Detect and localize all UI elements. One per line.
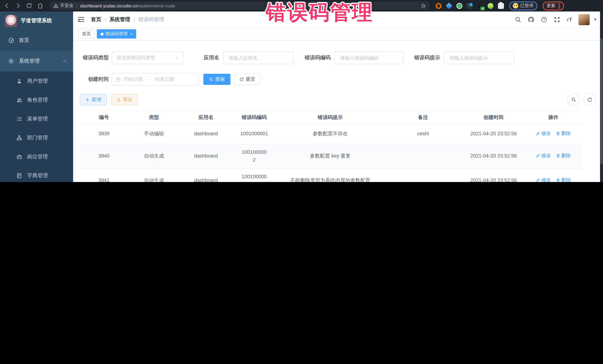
cell-actions: 修改删除 bbox=[525, 168, 581, 182]
update-label: 更新 bbox=[547, 3, 556, 9]
browser-scrollbar[interactable] bbox=[600, 11, 603, 182]
org-tree-icon bbox=[16, 135, 22, 141]
url-divider bbox=[76, 3, 77, 8]
filter-row-2: 创建时间 开始日期 - 结束日期 搜索 重置 bbox=[80, 73, 596, 86]
browser-update-button[interactable]: 更新 bbox=[543, 1, 564, 10]
user-icon bbox=[16, 78, 22, 84]
column-header: 操作 bbox=[525, 111, 581, 124]
refresh-icon bbox=[239, 77, 244, 82]
error-msg-input[interactable] bbox=[444, 52, 514, 64]
not-secure-warning-icon bbox=[53, 3, 58, 8]
extension-paused-pill[interactable]: 已暂停 bbox=[509, 1, 537, 10]
browser-forward-icon[interactable] bbox=[15, 3, 21, 9]
extension-green-circle[interactable] bbox=[456, 3, 462, 9]
cell-type: 手动编辑 bbox=[128, 124, 180, 144]
hamburger-icon[interactable] bbox=[78, 17, 84, 22]
breadcrumb-separator: / bbox=[105, 16, 106, 22]
cell-id: 3940 bbox=[80, 144, 128, 168]
export-button[interactable]: 导出 bbox=[111, 94, 138, 105]
main-panel: 首页 / 系统管理 / 错误码管理 TT ▼ 首 bbox=[73, 11, 603, 182]
app-window: 芋道管理系统 首页系统管理用户管理角色管理菜单管理部门管理岗位管理字典管理通知公… bbox=[0, 11, 603, 182]
cell-app: dashboard bbox=[180, 168, 232, 182]
error-msg-field[interactable] bbox=[449, 55, 510, 61]
download-icon bbox=[116, 97, 121, 102]
sidebar: 芋道管理系统 首页系统管理用户管理角色管理菜单管理部门管理岗位管理字典管理通知公… bbox=[0, 11, 73, 182]
breadcrumb: 首页 / 系统管理 / 错误码管理 bbox=[91, 16, 164, 23]
app-title: 芋道管理系统 bbox=[21, 17, 52, 24]
sidebar-item-label: 角色管理 bbox=[27, 97, 48, 103]
sidebar-item-label: 首页 bbox=[19, 37, 29, 44]
column-header: 类型 bbox=[128, 111, 180, 124]
error-type-select[interactable]: 请选择错误码类型 bbox=[112, 52, 183, 64]
scrollbar-thumb[interactable] bbox=[600, 38, 603, 164]
extension-blue-grid[interactable] bbox=[467, 3, 473, 9]
sidebar-item-dept[interactable]: 部门管理 bbox=[0, 128, 73, 147]
extension-list-on[interactable] bbox=[477, 3, 483, 9]
delete-button[interactable]: 删除 bbox=[556, 130, 571, 137]
search-icon[interactable] bbox=[515, 16, 521, 23]
breadcrumb-current: 错误码管理 bbox=[139, 16, 164, 23]
url-path: /system/error-code bbox=[138, 3, 175, 8]
edit-button[interactable]: 修改 bbox=[536, 130, 551, 137]
sidebar-item-home[interactable]: 首页 bbox=[0, 30, 73, 51]
breadcrumb-home[interactable]: 首页 bbox=[91, 16, 101, 23]
edit-button[interactable]: 修改 bbox=[536, 152, 551, 159]
breadcrumb-system[interactable]: 系统管理 bbox=[109, 16, 130, 23]
delete-button[interactable]: 删除 bbox=[556, 152, 571, 159]
refresh-table-button[interactable] bbox=[583, 93, 596, 106]
toolbar: 新增 导出 bbox=[80, 93, 596, 106]
not-secure-label[interactable]: 不安全 bbox=[60, 3, 73, 9]
bookmark-star-icon[interactable] bbox=[421, 3, 426, 8]
start-date-placeholder: 开始日期 bbox=[124, 76, 143, 83]
add-button[interactable]: 新增 bbox=[80, 94, 107, 105]
sidebar-item-dict[interactable]: 字典管理 bbox=[0, 166, 73, 182]
sidebar-item-menu[interactable]: 菜单管理 bbox=[0, 109, 73, 128]
show-search-button[interactable] bbox=[567, 93, 580, 106]
github-icon[interactable] bbox=[528, 16, 534, 23]
date-range-separator: - bbox=[146, 77, 152, 82]
browser-home-icon[interactable] bbox=[37, 3, 43, 9]
edit-button[interactable]: 修改 bbox=[536, 176, 551, 182]
tag-label: 错误码管理 bbox=[105, 31, 128, 37]
cell-create-time: 2021-04-20 23:52:56 bbox=[462, 124, 525, 144]
help-icon[interactable] bbox=[541, 16, 547, 23]
browser-back-icon[interactable] bbox=[4, 3, 10, 9]
tag-error-code[interactable]: 错误码管理 × bbox=[97, 29, 136, 39]
table-row: 3939手动编辑dashboard1001000001参数配置不存在ceshi2… bbox=[80, 124, 581, 144]
sidebar-item-system[interactable]: 系统管理 bbox=[0, 51, 73, 72]
tag-close-icon[interactable]: × bbox=[130, 32, 133, 36]
extension-blue-gem[interactable] bbox=[446, 2, 452, 9]
fullscreen-icon[interactable] bbox=[554, 16, 560, 23]
user-avatar[interactable] bbox=[579, 14, 590, 25]
date-range-picker[interactable]: 开始日期 - 结束日期 bbox=[112, 73, 198, 86]
tag-home[interactable]: 首页 bbox=[78, 29, 95, 39]
app-logo[interactable]: 芋道管理系统 bbox=[0, 11, 73, 30]
app-name-field[interactable] bbox=[228, 55, 289, 61]
kebab-menu-icon[interactable] bbox=[558, 3, 560, 9]
sidebar-item-label: 系统管理 bbox=[19, 58, 40, 65]
error-code-input[interactable] bbox=[334, 52, 404, 64]
reset-button-label: 重置 bbox=[246, 76, 255, 83]
extension-puzzle[interactable] bbox=[498, 3, 504, 9]
sidebar-menu: 首页系统管理用户管理角色管理菜单管理部门管理岗位管理字典管理通知公告审计日志在线… bbox=[0, 30, 73, 182]
column-header: 备注 bbox=[384, 111, 462, 124]
column-header: 编号 bbox=[80, 111, 128, 124]
font-size-icon[interactable]: TT bbox=[567, 16, 572, 22]
app-name-input[interactable] bbox=[223, 52, 293, 64]
sidebar-item-role[interactable]: 角色管理 bbox=[0, 90, 73, 109]
extension-green-key[interactable] bbox=[487, 3, 494, 9]
chevron-down-icon[interactable]: ▼ bbox=[593, 17, 597, 22]
delete-icon bbox=[556, 154, 560, 158]
sidebar-item-post[interactable]: 岗位管理 bbox=[0, 147, 73, 166]
refresh-icon bbox=[587, 97, 592, 102]
browser-reload-icon[interactable] bbox=[26, 3, 32, 9]
search-button[interactable]: 搜索 bbox=[203, 74, 231, 85]
filter-row-1: 错误码类型 请选择错误码类型 应用名 错误码编码 错误码提示 bbox=[80, 52, 596, 64]
error-code-field[interactable] bbox=[339, 55, 399, 61]
calendar-icon bbox=[116, 77, 121, 82]
sidebar-item-user[interactable]: 用户管理 bbox=[0, 72, 73, 90]
reset-button[interactable]: 重置 bbox=[234, 74, 260, 85]
breadcrumb-separator: / bbox=[134, 16, 135, 22]
delete-button[interactable]: 删除 bbox=[556, 176, 571, 182]
extension-orange-ring[interactable] bbox=[436, 3, 441, 9]
